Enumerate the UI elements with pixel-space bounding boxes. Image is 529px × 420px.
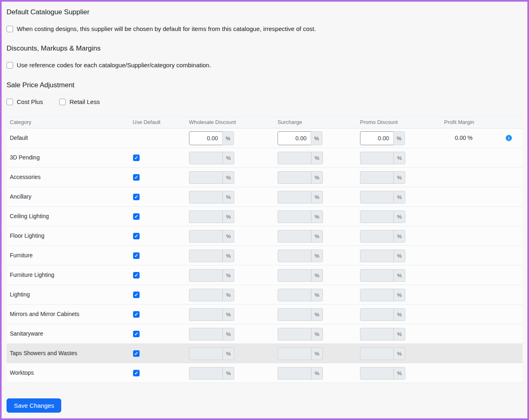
use-default-checkbox[interactable]: ✓ [133,213,140,220]
use-default-checkbox[interactable]: ✓ [133,174,140,181]
percent-suffix: % [311,171,323,184]
wholesale-discount-group: % [189,308,234,321]
surcharge-input [278,308,311,321]
use-default-checkbox[interactable]: ✓ [133,331,140,337]
column-header-use-default: Use Default [133,117,160,128]
cost-plus-checkbox[interactable] [7,99,13,105]
promo-discount-input [360,269,393,282]
percent-suffix: % [222,347,234,360]
promo-discount-input [360,171,393,184]
table-row: Ceiling Lighting ✓ % % % [7,207,522,226]
surcharge-group: % [278,152,323,164]
percent-suffix: % [393,308,405,321]
profit-margin-value [431,324,496,343]
category-label: Default [10,128,28,148]
use-default-checkbox[interactable]: ✓ [133,155,140,161]
check-icon: ✓ [134,351,138,356]
promo-discount-group: % [360,367,405,380]
percent-suffix: % [311,131,322,145]
promo-discount-input [360,289,393,301]
surcharge-group: % [278,308,323,321]
check-icon: ✓ [134,273,138,278]
surcharge-input [278,191,311,203]
column-header-category: Category [10,117,31,128]
category-label: Sanitaryware [10,324,43,343]
promo-discount-group: % [360,308,405,321]
check-icon: ✓ [134,292,138,297]
table-row: Floor Lighting ✓ % % % [7,226,522,246]
use-default-checkbox[interactable]: ✓ [133,194,140,200]
surcharge-input[interactable] [278,131,311,145]
percent-suffix: % [222,367,234,380]
surcharge-group: % [278,328,323,340]
use-default-checkbox[interactable]: ✓ [133,252,140,259]
table-row: Furniture ✓ % % % [7,246,522,265]
wholesale-discount-input [189,289,222,301]
promo-discount-group: % [360,131,405,145]
wholesale-discount-input [189,308,222,321]
percent-suffix: % [393,328,405,340]
reference-codes-checkbox-label: Use reference codes for each catalogue/S… [17,62,211,69]
promo-discount-input[interactable] [360,131,393,145]
promo-discount-group: % [360,250,405,262]
wholesale-discount-group: % [189,191,234,203]
surcharge-input [278,250,311,262]
table-row: Ancillary ✓ % % % [7,187,522,207]
promo-discount-input [360,191,393,203]
wholesale-discount-group: % [189,328,234,340]
use-default-checkbox[interactable]: ✓ [133,370,140,376]
promo-discount-group: % [360,191,405,203]
section-title-sale-price-adjustment: Sale Price Adjustment [7,81,522,89]
percent-suffix: % [311,367,323,380]
surcharge-input [278,367,311,380]
table-row: Taps Showers and Wastes ✓ % % % [7,344,522,363]
check-icon: ✓ [134,312,138,317]
use-default-checkbox[interactable]: ✓ [133,233,140,239]
percent-suffix: % [393,347,405,360]
percent-suffix: % [222,152,234,164]
wholesale-discount-input [189,328,222,340]
surcharge-input [278,171,311,184]
sale-price-options-row: Cost Plus Retail Less [7,98,522,105]
wholesale-discount-input [189,347,222,360]
wholesale-discount-input [189,210,222,223]
use-default-checkbox[interactable]: ✓ [133,292,140,298]
promo-discount-group: % [360,328,405,340]
promo-discount-group: % [360,210,405,223]
wholesale-discount-input[interactable] [189,131,222,145]
check-icon: ✓ [134,253,138,258]
default-supplier-checkbox-row: When costing designs, this supplier will… [7,25,522,32]
use-default-checkbox[interactable]: ✓ [133,350,140,357]
table-row: Accessories ✓ % % % [7,168,522,187]
wholesale-discount-input [189,250,222,262]
use-default-checkbox[interactable]: ✓ [133,311,140,318]
info-icon[interactable]: i [506,135,512,141]
promo-discount-group: % [360,289,405,301]
reference-codes-checkbox-row: Use reference codes for each catalogue/S… [7,62,522,69]
wholesale-discount-group: % [189,289,234,301]
category-label: Taps Showers and Wastes [10,344,77,363]
surcharge-group: % [278,367,323,380]
save-changes-button[interactable]: Save Changes [7,398,61,413]
percent-suffix: % [393,210,405,223]
default-supplier-checkbox[interactable] [7,26,13,32]
wholesale-discount-group: % [189,250,234,262]
table-row: Sanitaryware ✓ % % % [7,324,522,344]
surcharge-group: % [278,250,323,262]
retail-less-checkbox[interactable] [59,99,66,105]
surcharge-input [278,269,311,282]
profit-margin-value [431,187,496,206]
percent-suffix: % [222,210,234,223]
wholesale-discount-group: % [189,171,234,184]
profit-margin-value [431,246,496,265]
category-label: Worktops [10,363,34,382]
category-label: Lighting [10,285,30,304]
use-default-checkbox[interactable]: ✓ [133,272,140,279]
percent-suffix: % [311,308,323,321]
section-title-discounts-markups-margins: Discounts, Markups & Margins [7,44,522,53]
promo-discount-input [360,367,393,380]
percent-suffix: % [222,308,234,321]
settings-page: Default Catalogue Supplier When costing … [2,2,527,413]
profit-margin-value [431,344,496,363]
reference-codes-checkbox[interactable] [7,62,13,69]
